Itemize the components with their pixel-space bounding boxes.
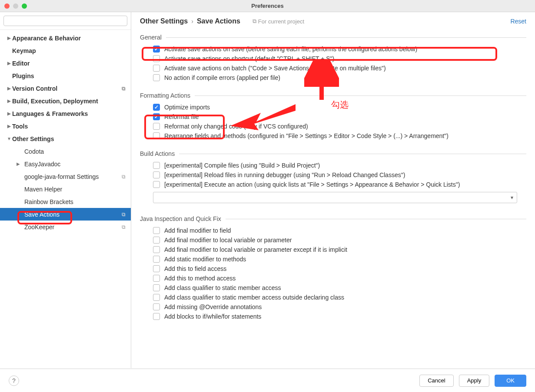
checkbox[interactable]: [153, 227, 160, 234]
section-formatting-header: Formatting Actions: [140, 92, 526, 99]
check-activate-on-batch[interactable]: Activate save actions on batch ("Code > …: [140, 63, 526, 73]
traffic-lights: [0, 3, 27, 9]
chevron-right-icon: ▶: [6, 111, 12, 116]
chevron-right-icon: ▶: [6, 36, 12, 40]
check-compile-files[interactable]: [experimental] Compile files (using "Bui…: [140, 161, 526, 170]
cancel-button[interactable]: Cancel: [419, 375, 453, 387]
chevron-right-icon: ▶: [6, 61, 12, 66]
sidebar-item-maven-helper[interactable]: Maven Helper: [0, 183, 131, 195]
check-static-methods[interactable]: Add static modifier to methods: [140, 254, 526, 264]
help-button[interactable]: ?: [9, 376, 19, 386]
check-reformat-changed[interactable]: Reformat only changed code (only if VCS …: [140, 122, 526, 131]
check-optimize-imports[interactable]: Optimize imports: [140, 102, 526, 112]
project-icon: ⧉: [122, 211, 126, 217]
check-override[interactable]: Add missing @Override annotations: [140, 302, 526, 312]
checkbox[interactable]: [153, 171, 160, 178]
checkbox[interactable]: [153, 256, 160, 263]
search-input[interactable]: [3, 16, 127, 26]
sidebar-item-easyjavadoc[interactable]: ▶EasyJavadoc: [0, 158, 131, 170]
checkbox[interactable]: [153, 132, 160, 139]
checkbox[interactable]: [153, 275, 160, 282]
titlebar: Preferences: [0, 0, 535, 12]
maximize-window-button[interactable]: [22, 3, 27, 9]
sidebar: ⌕ ▾ ▶Appearance & Behavior Keymap ▶Edito…: [0, 12, 131, 368]
checkbox[interactable]: [153, 46, 160, 53]
sidebar-item-build[interactable]: ▶Build, Execution, Deployment: [0, 95, 131, 107]
checkbox[interactable]: [153, 313, 160, 320]
sidebar-item-languages[interactable]: ▶Languages & Frameworks: [0, 107, 131, 120]
content-panel: Other Settings › Save Actions ⧉For curre…: [131, 12, 535, 368]
quick-list-dropdown[interactable]: [153, 192, 517, 203]
sidebar-item-version-control[interactable]: ▶Version Control⧉: [0, 82, 131, 95]
check-reload-debugger[interactable]: [experimental] Reload files in running d…: [140, 170, 526, 180]
breadcrumb-current: Save Actions: [197, 17, 240, 25]
close-window-button[interactable]: [4, 3, 10, 9]
check-class-qualifier-outside[interactable]: Add class qualifier to static member acc…: [140, 293, 526, 302]
project-icon: ⧉: [122, 174, 126, 180]
checkbox[interactable]: [153, 55, 160, 62]
checkbox[interactable]: [153, 123, 160, 130]
reset-link[interactable]: Reset: [510, 18, 526, 25]
checkbox[interactable]: [153, 104, 160, 111]
check-class-qualifier[interactable]: Add class qualifier to static member acc…: [140, 283, 526, 293]
check-final-local[interactable]: Add final modifier to local variable or …: [140, 235, 526, 245]
check-final-local-implicit[interactable]: Add final modifier to local variable or …: [140, 245, 526, 254]
breadcrumb-parent[interactable]: Other Settings: [140, 17, 188, 25]
sidebar-item-zookeeper[interactable]: ZooKeeper⧉: [0, 221, 131, 233]
checkbox[interactable]: [153, 284, 160, 291]
for-project-label: ⧉For current project: [253, 18, 304, 25]
chevron-down-icon: ▼: [6, 136, 12, 141]
sidebar-item-plugins[interactable]: Plugins: [0, 69, 131, 82]
sidebar-item-tools[interactable]: ▶Tools: [0, 120, 131, 132]
project-icon: ⧉: [122, 224, 126, 230]
sidebar-item-appearance[interactable]: ▶Appearance & Behavior: [0, 32, 131, 44]
project-icon: ⧉: [122, 86, 126, 92]
checkbox[interactable]: [153, 162, 160, 169]
check-blocks[interactable]: Add blocks to if/while/for statements: [140, 312, 526, 321]
chevron-right-icon: ▶: [6, 99, 12, 103]
section-inspection-header: Java Inspection and Quick Fix: [140, 215, 526, 222]
chevron-right-icon: ›: [191, 18, 193, 25]
breadcrumb: Other Settings › Save Actions ⧉For curre…: [131, 12, 535, 30]
check-execute-action[interactable]: [experimental] Execute an action (using …: [140, 180, 526, 189]
section-general-header: General: [140, 34, 526, 41]
chevron-right-icon: ▶: [17, 161, 20, 166]
checkbox[interactable]: [153, 113, 160, 120]
sidebar-item-codota[interactable]: Codota: [0, 145, 131, 158]
ok-button[interactable]: OK: [495, 375, 526, 387]
checkbox[interactable]: [153, 303, 160, 310]
checkbox[interactable]: [153, 246, 160, 253]
check-reformat-file[interactable]: Reformat file: [140, 112, 526, 122]
checkbox[interactable]: [153, 65, 160, 72]
sidebar-item-rainbow-brackets[interactable]: Rainbow Brackets: [0, 195, 131, 208]
sidebar-item-save-actions[interactable]: Save Actions⧉: [0, 208, 131, 221]
check-this-field[interactable]: Add this to field access: [140, 264, 526, 273]
checkbox[interactable]: [153, 181, 160, 188]
check-activate-on-shortcut[interactable]: Activate save actions on shortcut (defau…: [140, 54, 526, 63]
checkbox[interactable]: [153, 74, 160, 81]
footer: ? Cancel Apply OK: [0, 369, 535, 392]
check-this-method[interactable]: Add this to method access: [140, 273, 526, 283]
check-no-action-compile-errors[interactable]: No action if compile errors (applied per…: [140, 73, 526, 82]
check-activate-on-save[interactable]: Activate save actions on save (before sa…: [140, 44, 526, 54]
checkbox[interactable]: [153, 294, 160, 301]
sidebar-item-editor[interactable]: ▶Editor: [0, 57, 131, 69]
sidebar-item-other-settings[interactable]: ▼Other Settings: [0, 132, 131, 145]
check-final-field[interactable]: Add final modifier to field: [140, 226, 526, 235]
check-rearrange-fields[interactable]: Rearrange fields and methods (configured…: [140, 131, 526, 141]
project-icon: ⧉: [253, 18, 256, 25]
chevron-right-icon: ▶: [6, 124, 12, 128]
sidebar-item-keymap[interactable]: Keymap: [0, 44, 131, 57]
minimize-window-button[interactable]: [13, 3, 18, 9]
section-build-header: Build Actions: [140, 150, 526, 157]
apply-button[interactable]: Apply: [459, 375, 490, 387]
checkbox[interactable]: [153, 237, 160, 244]
chevron-right-icon: ▶: [6, 86, 12, 91]
window-title: Preferences: [251, 3, 283, 9]
checkbox[interactable]: [153, 265, 160, 272]
settings-tree: ▶Appearance & Behavior Keymap ▶Editor Pl…: [0, 30, 131, 368]
sidebar-item-google-java-format[interactable]: google-java-format Settings⧉: [0, 170, 131, 183]
